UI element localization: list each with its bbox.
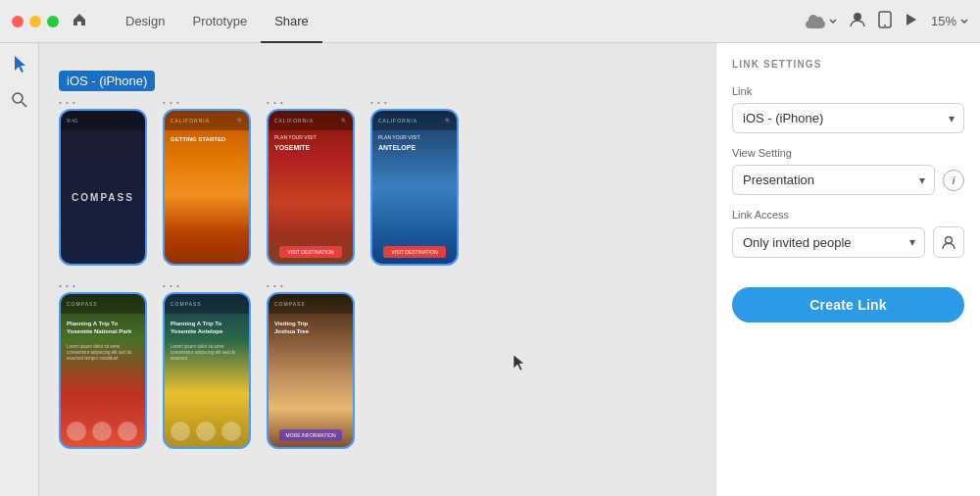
link-label: Link	[732, 85, 964, 97]
link-access-select[interactable]: Only invited people Anyone with the link	[732, 227, 925, 258]
phone-mockup-4[interactable]: CALIFORNIA 🔍 PLAN YOUR VISIT ANTELOPE VI…	[370, 109, 459, 266]
phone-group-6: • • • COMPASS Planning A Trip ToYosemite…	[163, 281, 251, 449]
mobile-icon[interactable]	[878, 11, 892, 32]
link-access-select-wrapper: Only invited people Anyone with the link…	[732, 227, 925, 258]
titlebar: Design Prototype Share	[0, 0, 980, 43]
select-tool[interactable]	[13, 55, 26, 76]
phone-row-1: iOS - (iPhone) • • • 9:41 COMPASS	[59, 63, 696, 266]
svg-marker-3	[906, 14, 916, 25]
main-content: iOS - (iPhone) • • • 9:41 COMPASS	[0, 43, 980, 496]
svg-line-6	[22, 102, 26, 107]
frame-label: iOS - (iPhone)	[59, 71, 155, 91]
phone-group-2: • • • CALIFORNIA 🔍 GETTING STARTED	[163, 98, 251, 266]
canvas-frames: iOS - (iPhone) • • • 9:41 COMPASS	[39, 43, 715, 469]
phone-mockup-5[interactable]: COMPASS Planning A Trip ToYosemite Natio…	[59, 292, 147, 449]
nav-tabs: Design Prototype Share	[112, 0, 322, 43]
link-settings-panel: LINK SETTINGS Link iOS - (iPhone) ▾ View…	[715, 43, 980, 496]
maximize-button[interactable]	[47, 16, 59, 27]
svg-point-0	[854, 13, 861, 21]
link-access-row: Only invited people Anyone with the link…	[732, 226, 964, 258]
screen-content-2: CALIFORNIA 🔍 GETTING STARTED	[165, 111, 249, 264]
phone-mockup-7[interactable]: COMPASS Visiting TripJoshua Tree MORE IN…	[267, 292, 355, 449]
link-select[interactable]: iOS - (iPhone)	[732, 103, 964, 133]
tab-share[interactable]: Share	[261, 0, 322, 43]
link-access-group: Link Access Only invited people Anyone w…	[732, 209, 964, 258]
phone-row-2: • • • COMPASS Planning A Trip ToYosemite…	[59, 281, 696, 449]
screen-content-5: COMPASS Planning A Trip ToYosemite Natio…	[61, 294, 145, 447]
phone-group-5: • • • COMPASS Planning A Trip ToYosemite…	[59, 281, 147, 449]
cloud-button[interactable]	[806, 15, 837, 28]
screen-content-6: COMPASS Planning A Trip ToYosemite Antel…	[165, 294, 249, 447]
screen-content-7: COMPASS Visiting TripJoshua Tree MORE IN…	[269, 294, 353, 447]
three-dots-7[interactable]: • • •	[267, 281, 355, 290]
screen-top-bar-1: 9:41	[61, 111, 145, 130]
three-dots-3[interactable]: • • •	[267, 98, 355, 107]
screen-top-bar-3: CALIFORNIA 🔍	[269, 111, 353, 130]
screen-top-bar-2: CALIFORNIA 🔍	[165, 111, 249, 130]
svg-point-2	[884, 25, 886, 26]
three-dots-1[interactable]: • • •	[59, 98, 147, 107]
left-toolbar	[0, 43, 39, 496]
create-link-button[interactable]: Create Link	[732, 287, 964, 322]
search-tool[interactable]	[12, 92, 27, 112]
screen-top-bar-6: COMPASS	[165, 294, 249, 314]
link-select-wrapper: iOS - (iPhone) ▾	[732, 103, 964, 133]
add-people-button[interactable]	[933, 226, 964, 258]
minimize-button[interactable]	[29, 16, 41, 27]
phone-mockup-1[interactable]: 9:41 COMPASS	[59, 109, 147, 266]
close-button[interactable]	[12, 16, 24, 27]
view-setting-label: View Setting	[732, 147, 964, 159]
phone-mockup-3[interactable]: CALIFORNIA 🔍 PLAN YOUR VISIT YOSEMITE VI…	[267, 109, 355, 266]
svg-marker-4	[15, 56, 25, 73]
phone-mockup-6[interactable]: COMPASS Planning A Trip ToYosemite Antel…	[163, 292, 251, 449]
phone-group-3: • • • CALIFORNIA 🔍 PLAN YOUR VISIT YOSEM…	[267, 98, 355, 266]
tab-design[interactable]: Design	[112, 0, 178, 43]
phone-group-4: • • • CALIFORNIA 🔍 PLAN YOUR VISIT ANTEL…	[370, 98, 459, 266]
phone-mockup-2[interactable]: CALIFORNIA 🔍 GETTING STARTED	[163, 109, 251, 266]
zoom-control[interactable]: 15%	[931, 14, 968, 28]
info-button[interactable]: i	[943, 170, 964, 191]
tab-prototype[interactable]: Prototype	[178, 0, 261, 43]
view-setting-select[interactable]: Presentation Developer Handoff Inspect	[732, 165, 935, 195]
link-access-label: Link Access	[732, 209, 964, 221]
link-field-group: Link iOS - (iPhone) ▾	[732, 85, 964, 133]
canvas: iOS - (iPhone) • • • 9:41 COMPASS	[0, 43, 715, 496]
phone-group-1: iOS - (iPhone) • • • 9:41 COMPASS	[59, 98, 147, 266]
panel-title: LINK SETTINGS	[732, 59, 964, 70]
view-setting-row: Presentation Developer Handoff Inspect ▾…	[732, 165, 964, 195]
screen-content-4: CALIFORNIA 🔍 PLAN YOUR VISIT ANTELOPE VI…	[372, 111, 457, 264]
screen-top-bar-7: COMPASS	[269, 294, 353, 314]
three-dots-6[interactable]: • • •	[163, 281, 251, 290]
three-dots-5[interactable]: • • •	[59, 281, 147, 290]
traffic-lights	[12, 16, 59, 27]
screen-top-bar-5: COMPASS	[61, 294, 145, 314]
three-dots-2[interactable]: • • •	[163, 98, 251, 107]
user-icon[interactable]	[849, 11, 866, 32]
screen-top-bar-4: CALIFORNIA 🔍	[372, 111, 457, 130]
svg-point-5	[13, 93, 23, 103]
view-setting-group: View Setting Presentation Developer Hand…	[732, 147, 964, 195]
play-icon[interactable]	[904, 12, 919, 31]
screen-content-3: CALIFORNIA 🔍 PLAN YOUR VISIT YOSEMITE VI…	[269, 111, 353, 264]
home-icon[interactable]	[71, 11, 88, 32]
phone-group-7: • • • COMPASS Visiting TripJoshua Tree M…	[267, 281, 355, 449]
view-setting-select-wrapper: Presentation Developer Handoff Inspect ▾	[732, 165, 935, 195]
toolbar-right: 15%	[806, 11, 968, 32]
zoom-value: 15%	[931, 14, 956, 28]
three-dots-4[interactable]: • • •	[370, 98, 459, 107]
screen-content-1: 9:41 COMPASS	[61, 111, 145, 264]
